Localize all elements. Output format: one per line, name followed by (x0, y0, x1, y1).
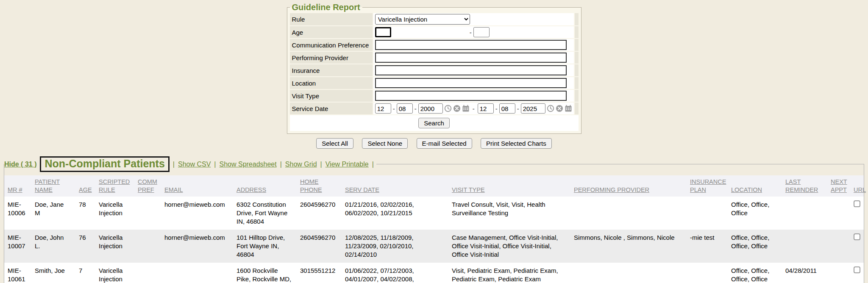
col-header-visit-type[interactable]: VISIT TYPE (448, 175, 570, 197)
service-date-to-day[interactable] (499, 103, 515, 114)
col-header-patient-name[interactable]: PATIENT NAME (31, 175, 75, 197)
cell-provider (570, 197, 687, 230)
visit-type-input[interactable] (375, 91, 567, 101)
cell-next-appt (827, 263, 850, 283)
clock-icon[interactable] (547, 105, 554, 112)
show-csv-link[interactable]: Show CSV (178, 161, 211, 168)
cell-visit-type: Travel Consult, Visit, Visit, Health Sur… (448, 197, 570, 230)
cell-comm (134, 197, 161, 230)
cell-comm (134, 263, 161, 283)
select-none-button[interactable]: Select None (362, 138, 408, 149)
location-label: Location (290, 77, 373, 89)
col-header-location[interactable]: LOCATION (728, 175, 782, 197)
date-separator: - (517, 105, 520, 112)
communication-preference-label: Communication Preference (290, 39, 373, 51)
row-end-strip (575, 13, 579, 25)
guideline-form: Rule Varicella Injection Age - Commun (289, 12, 579, 132)
cell-reminder: 04/28/2011 (782, 263, 827, 283)
service-date-from-day[interactable] (397, 103, 413, 114)
age-from-input[interactable] (375, 27, 391, 37)
col-header-next-appt[interactable]: NEXT APPT (827, 175, 850, 197)
col-header-home-phone[interactable]: HOME PHONE (297, 175, 342, 197)
date-separator: - (392, 105, 395, 112)
col-header-insurance-plan[interactable]: INSURANCE PLAN (687, 175, 728, 197)
form-row-visit-type: Visit Type (290, 90, 579, 102)
url-checkbox[interactable] (854, 233, 860, 240)
row-end-strip (575, 64, 579, 76)
cell-comm (134, 230, 161, 263)
url-checkbox[interactable] (854, 200, 860, 207)
cell-name: Doe, Jane M (31, 197, 75, 230)
print-selected-charts-button[interactable]: Print Selected Charts (481, 138, 552, 149)
age-to-input[interactable] (473, 27, 490, 37)
clock-icon[interactable] (444, 105, 452, 112)
cell-rule: Varicella Injection (95, 263, 134, 283)
cell-url (850, 230, 864, 263)
col-header-last-reminder[interactable]: LAST REMINDER (782, 175, 827, 197)
col-header-scripted-rule[interactable]: SCRIPTED RULE (95, 175, 134, 197)
cell-address: 6302 Constitution Drive, Fort Wayne IN, … (233, 197, 297, 230)
table-header-row: MR # PATIENT NAME AGE SCRIPTED RULE COMM… (4, 175, 864, 197)
cell-email: horner@mieweb.com (161, 197, 233, 230)
service-date-to-year[interactable] (521, 103, 545, 114)
hide-link[interactable]: Hide ( 31 ) (4, 161, 36, 168)
form-row-location: Location (290, 77, 579, 89)
patients-table: MR # PATIENT NAME AGE SCRIPTED RULE COMM… (4, 175, 864, 283)
cell-next-appt (827, 197, 850, 230)
performing-provider-input[interactable] (375, 53, 567, 63)
view-printable-link[interactable]: View Printable (326, 161, 369, 168)
separator: | (214, 161, 216, 168)
url-checkbox[interactable] (854, 266, 860, 273)
show-spreadsheet-link[interactable]: Show Spreadsheet (220, 161, 277, 168)
row-end-strip (575, 39, 579, 51)
form-row-service-date: Service Date - - (290, 103, 579, 114)
row-end-strip (575, 52, 579, 64)
location-input[interactable] (375, 78, 567, 88)
form-row-performing-provider: Performing Provider (290, 52, 579, 64)
rule-select[interactable]: Varicella Injection (375, 14, 470, 25)
separator: | (280, 161, 282, 168)
insurance-input[interactable] (375, 65, 567, 75)
table-row: MIE-10061 Smith, Joe 7 Varicella Injecti… (4, 263, 864, 283)
service-date-to-month[interactable] (478, 103, 494, 114)
cell-phone: 2604596270 (297, 230, 342, 263)
cell-mr: MIE-10007 (4, 230, 31, 263)
show-grid-link[interactable]: Show Grid (285, 161, 317, 168)
clear-icon[interactable] (453, 105, 461, 112)
age-label: Age (290, 26, 373, 38)
cell-provider (570, 263, 687, 283)
clear-icon[interactable] (556, 105, 563, 112)
cell-visit-type: Case Management, Office Visit-Initial, O… (448, 230, 570, 263)
communication-preference-input[interactable] (375, 40, 567, 50)
cell-mr: MIE-10006 (4, 197, 31, 230)
cell-reminder (782, 197, 827, 230)
calendar-icon[interactable] (462, 105, 470, 112)
col-header-serv-date[interactable]: SERV DATE (342, 175, 448, 197)
form-row-insurance: Insurance (290, 64, 579, 76)
date-separator: - (495, 105, 498, 112)
service-date-range-separator: - (473, 105, 475, 112)
col-header-email[interactable]: EMAIL (161, 175, 233, 197)
col-header-mr[interactable]: MR # (4, 175, 31, 197)
guideline-report-fieldset: Guideline Report Rule Varicella Injectio… (287, 3, 581, 134)
col-header-age[interactable]: AGE (75, 175, 95, 197)
select-all-button[interactable]: Select All (316, 138, 353, 149)
col-header-comm-pref[interactable]: COMM PREF (134, 175, 161, 197)
cell-age: 76 (75, 230, 95, 263)
calendar-icon[interactable] (565, 105, 572, 112)
search-button[interactable]: Search (418, 118, 450, 128)
cell-address: 101 Hilltop Drive, Fort Wayne IN, 46804 (233, 230, 297, 263)
cell-url (850, 263, 864, 283)
cell-insurance: -mie test (687, 230, 728, 263)
col-header-performing-provider[interactable]: PERFORMING PROVIDER (570, 175, 687, 197)
service-date-from-month[interactable] (375, 103, 391, 114)
cell-next-appt (827, 230, 850, 263)
col-header-url[interactable]: URL (850, 175, 864, 197)
cell-name: Doe, John L. (31, 230, 75, 263)
service-date-from-year[interactable] (418, 103, 443, 114)
service-date-label: Service Date (290, 103, 373, 114)
cell-phone: 2604596270 (297, 197, 342, 230)
email-selected-button[interactable]: E-mail Selected (417, 138, 472, 149)
visit-type-label: Visit Type (290, 90, 373, 102)
col-header-address[interactable]: ADDRESS (233, 175, 297, 197)
